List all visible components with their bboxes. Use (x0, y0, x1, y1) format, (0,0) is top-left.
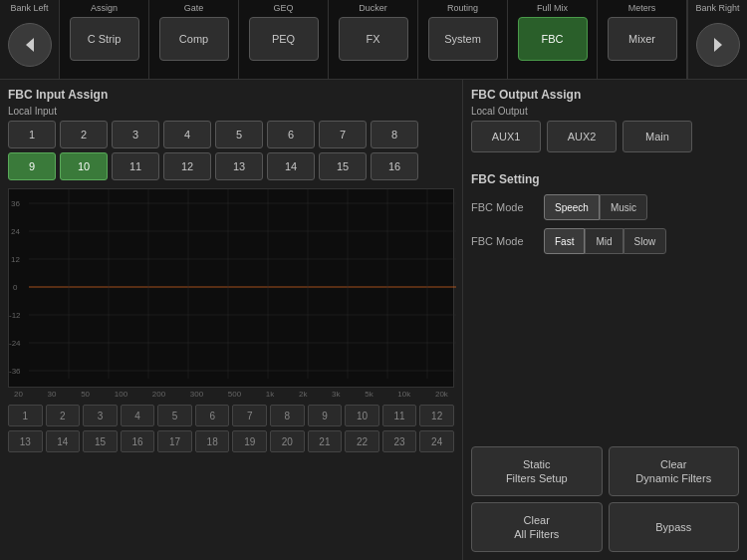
input-btn-6[interactable]: 6 (267, 121, 315, 148)
bank-right-label: Bank Right (695, 3, 739, 13)
filter-btn-8[interactable]: 8 (270, 405, 305, 426)
input-btn-12[interactable]: 12 (163, 152, 211, 180)
fbc-setting: FBC Setting FBC Mode SpeechMusic FBC Mod… (471, 172, 739, 262)
bank-left-button[interactable] (8, 23, 52, 67)
filter-row-1: 123456789101112 (8, 405, 454, 426)
filter-btn-12[interactable]: 12 (419, 405, 454, 426)
filter-btn-6[interactable]: 6 (195, 405, 230, 426)
local-input-subtitle: Local Input (8, 106, 454, 117)
action-btn-bypass[interactable]: Bypass (609, 502, 740, 552)
input-btn-11[interactable]: 11 (112, 152, 159, 180)
nav-tab-c-strip[interactable]: Assign C Strip (60, 0, 149, 79)
eq-graph: 36 24 12 0 -12 -24 -36 (8, 188, 454, 388)
filter-btn-5[interactable]: 5 (157, 405, 192, 426)
action-btn-clear-all[interactable]: ClearAll Filters (471, 502, 603, 552)
bank-right[interactable]: Bank Right (687, 0, 747, 79)
input-btn-7[interactable]: 7 (319, 121, 367, 148)
fbc-setting-title: FBC Setting (471, 172, 739, 186)
bank-left[interactable]: Bank Left (0, 0, 60, 79)
fbc-speed-toggle: FastMidSlow (544, 228, 666, 254)
input-btn-4[interactable]: 4 (163, 121, 211, 148)
nav-tab-btn-3[interactable]: FX (339, 17, 408, 61)
output-btn-row: AUX1AUX2Main (471, 121, 739, 152)
nav-tab-btn-1[interactable]: Comp (159, 17, 229, 61)
nav-tab-comp[interactable]: Gate Comp (149, 0, 239, 79)
filter-btn-4[interactable]: 4 (121, 405, 155, 426)
input-btn-1[interactable]: 1 (8, 121, 56, 148)
filter-btn-9[interactable]: 9 (308, 405, 343, 426)
filter-btn-2[interactable]: 2 (46, 405, 81, 426)
fbc-input-assign-title: FBC Input Assign (8, 88, 454, 102)
input-btn-14[interactable]: 14 (267, 152, 315, 180)
fbc-mode-label: FBC Mode (471, 201, 536, 213)
input-btn-13[interactable]: 13 (215, 152, 263, 180)
filter-btn-1[interactable]: 1 (8, 405, 43, 426)
filter-btn-11[interactable]: 11 (382, 405, 417, 426)
nav-tab-fx[interactable]: Ducker FX (329, 0, 418, 79)
svg-text:24: 24 (11, 227, 20, 236)
input-btn-15[interactable]: 15 (319, 152, 367, 180)
input-btn-2[interactable]: 2 (60, 121, 108, 148)
nav-tab-label-2: GEQ (273, 3, 293, 13)
nav-tab-btn-4[interactable]: System (428, 17, 498, 61)
right-panel: FBC Output Assign Local Output AUX1AUX2M… (463, 80, 747, 560)
filter-btn-23[interactable]: 23 (382, 430, 417, 452)
filter-btn-24[interactable]: 24 (419, 430, 454, 452)
output-btn-aux2[interactable]: AUX2 (547, 121, 617, 152)
filter-btn-13[interactable]: 13 (8, 430, 43, 452)
fbc-mode-toggle: SpeechMusic (544, 194, 647, 220)
nav-tab-label-6: Meters (628, 3, 656, 13)
input-btn-3[interactable]: 3 (112, 121, 159, 148)
filter-btn-7[interactable]: 7 (232, 405, 267, 426)
input-grid: 12345678910111213141516 (8, 121, 454, 180)
output-btn-aux1[interactable]: AUX1 (471, 121, 541, 152)
nav-tab-btn-5[interactable]: FBC (518, 17, 588, 61)
svg-text:0: 0 (13, 283, 18, 292)
fbc-speed-mid[interactable]: Mid (585, 228, 622, 254)
nav-tab-btn-6[interactable]: Mixer (608, 17, 677, 61)
nav-tab-label-1: Gate (184, 3, 204, 13)
filter-btn-21[interactable]: 21 (308, 430, 343, 452)
fbc-mode-music[interactable]: Music (600, 194, 647, 220)
fbc-mode-row: FBC Mode SpeechMusic (471, 194, 739, 220)
fbc-speed-slow[interactable]: Slow (623, 228, 667, 254)
filter-btn-17[interactable]: 17 (157, 430, 192, 452)
filter-btn-15[interactable]: 15 (83, 430, 118, 452)
nav-tab-btn-2[interactable]: PEQ (249, 17, 319, 61)
bank-right-button[interactable] (696, 23, 740, 67)
nav-tab-label-4: Routing (447, 3, 478, 13)
input-btn-10[interactable]: 10 (60, 152, 108, 180)
svg-text:-12: -12 (9, 311, 21, 320)
main-content: FBC Input Assign Local Input 12345678910… (0, 80, 747, 560)
nav-tab-peq[interactable]: GEQ PEQ (239, 0, 329, 79)
nav-tab-mixer[interactable]: Meters Mixer (598, 0, 687, 79)
spacer (471, 262, 739, 446)
nav-tab-btn-0[interactable]: C Strip (70, 17, 139, 61)
action-btn-clear-dynamic[interactable]: ClearDynamic Filters (609, 446, 740, 496)
output-btn-main[interactable]: Main (622, 121, 692, 152)
action-btn-static-filters[interactable]: StaticFilters Setup (471, 446, 603, 496)
input-btn-8[interactable]: 8 (371, 121, 418, 148)
filter-btn-14[interactable]: 14 (46, 430, 81, 452)
nav-tab-label-0: Assign (91, 3, 118, 13)
filter-btn-10[interactable]: 10 (345, 405, 379, 426)
filter-btn-18[interactable]: 18 (195, 430, 230, 452)
filter-btn-3[interactable]: 3 (83, 405, 118, 426)
fbc-speed-fast[interactable]: Fast (544, 228, 585, 254)
nav-tab-label-3: Ducker (359, 3, 387, 13)
action-buttons: StaticFilters SetupClearDynamic FiltersC… (471, 446, 739, 552)
input-row-1: 12345678 (8, 121, 454, 148)
svg-text:-24: -24 (9, 339, 21, 348)
input-btn-5[interactable]: 5 (215, 121, 263, 148)
filter-btn-19[interactable]: 19 (232, 430, 267, 452)
fbc-mode-speech[interactable]: Speech (544, 194, 600, 220)
fbc-mode2-row: FBC Mode FastMidSlow (471, 228, 739, 254)
nav-tab-system[interactable]: Routing System (418, 0, 508, 79)
nav-tab-fbc[interactable]: Full Mix FBC (508, 0, 598, 79)
input-btn-9[interactable]: 9 (8, 152, 56, 180)
filter-btn-22[interactable]: 22 (345, 430, 379, 452)
input-btn-16[interactable]: 16 (371, 152, 418, 180)
filter-btn-16[interactable]: 16 (121, 430, 155, 452)
filter-btn-20[interactable]: 20 (270, 430, 305, 452)
svg-text:12: 12 (11, 255, 20, 264)
